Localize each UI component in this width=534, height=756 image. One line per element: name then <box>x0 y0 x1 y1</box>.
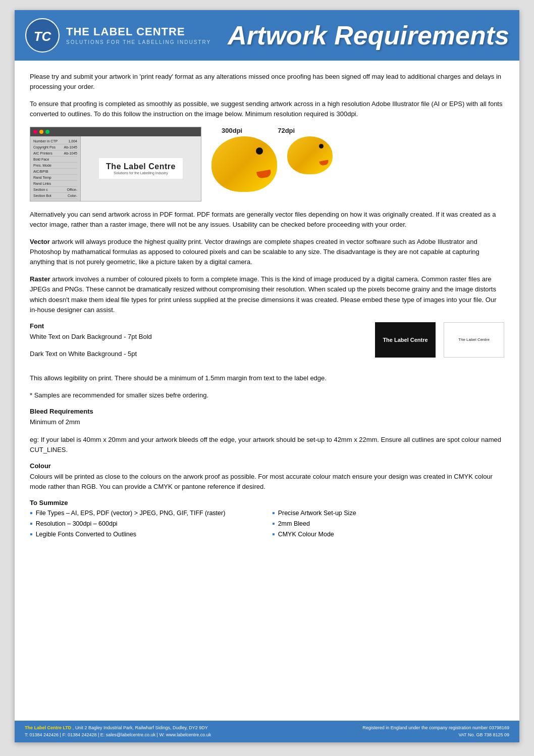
ai-row: Pres. Mode <box>33 163 77 169</box>
footer: The Label Centre LTD , Unit 2 Bagley Ind… <box>15 721 519 742</box>
font-demo-area: The Label Centre The Label Centre <box>375 322 504 358</box>
ai-row: Rand Links <box>33 181 77 187</box>
bullet-dot: ▪ <box>272 509 275 517</box>
duck-72dpi <box>287 136 333 174</box>
ai-logo-tagline: Solutions for the Labelling Industry <box>106 171 176 175</box>
colour-para: Colours will be printed as close to the … <box>30 472 504 492</box>
font-demo-light: The Label Centre <box>444 322 504 358</box>
bleed-heading: Bleed Requirements <box>30 408 504 415</box>
bullet-text: Precise Artwork Set-up Size <box>278 509 356 518</box>
legibility-line1: This allows legibility on print. There s… <box>30 373 504 383</box>
bullet-dot: ▪ <box>30 509 33 517</box>
footer-address-text: Unit 2 Bagley Industrial Park, Railwharf… <box>75 725 208 730</box>
bullet-dot: ▪ <box>30 520 33 528</box>
bullets-left: ▪ File Types – AI, EPS, PDF (vector) > J… <box>30 509 262 540</box>
bullet-text: File Types – AI, EPS, PDF (vector) > JPE… <box>36 509 226 518</box>
content-area: Please try and submit your artwork in 'p… <box>15 61 519 721</box>
ai-row: Rand Temp <box>33 175 77 181</box>
ai-close-dot <box>33 130 37 134</box>
duck-eye-large <box>256 147 263 155</box>
summary-bullets: ▪ File Types – AI, EPS, PDF (vector) > J… <box>30 509 504 540</box>
vector-para: Vector artwork will always produce the h… <box>30 237 504 267</box>
font-section: Font White Text on Dark Background - 7pt… <box>30 322 504 366</box>
footer-right: Registered in England under the company … <box>362 725 509 738</box>
footer-email: E: sales@labelcentre.co.uk <box>100 732 155 737</box>
ai-logo-display: The Label Centre Solutions for the Label… <box>99 158 183 179</box>
raster-text: artwork involves a number of coloured pi… <box>30 275 497 313</box>
bullets-right: ▪ Precise Artwork Set-up Size ▪ 2mm Blee… <box>272 509 504 540</box>
illustrator-screenshot: Number in CTP1,004 Copyright PosAb-1045 … <box>30 127 201 201</box>
bullet-text: CMYK Colour Mode <box>278 530 334 539</box>
svg-text:TC: TC <box>34 29 52 44</box>
dpi-300-label: 300dpi <box>222 127 242 134</box>
bullet-item: ▪ Precise Artwork Set-up Size <box>272 509 504 518</box>
ai-row: AIC/BPIB <box>33 169 77 175</box>
dpi-labels: 300dpi 72dpi <box>211 127 504 134</box>
image-comparison-row: Number in CTP1,004 Copyright PosAb-1045 … <box>30 127 504 201</box>
font-demo-dark: The Label Centre <box>375 322 436 358</box>
logo-title: THE LABEL CENTRE <box>66 26 211 38</box>
font-line1: White Text on Dark Background - 7pt Bold <box>30 332 365 342</box>
bullet-text: 2mm Bleed <box>278 519 310 529</box>
duck-beak-large <box>256 169 272 179</box>
ai-row: Section cOffice- <box>33 187 77 193</box>
pdf-para: Alternatively you can send artwork acros… <box>30 210 504 230</box>
logo-area: TC THE LABEL CENTRE SOLUTIONS FOR THE LA… <box>25 18 211 53</box>
page-title: Artwork Requirements <box>228 20 509 51</box>
bleed-line2: eg: If your label is 40mm x 20mm and you… <box>30 435 504 455</box>
ai-row: Section BotColor- <box>33 193 77 199</box>
dpi-72-label: 72dpi <box>278 127 295 134</box>
footer-company: The Label Centre LTD <box>25 725 71 730</box>
bullet-item: ▪ CMYK Colour Mode <box>272 530 504 539</box>
ai-row: AIC PrintersAb-1045 <box>33 150 77 157</box>
bullet-text: Resolution – 300dpi – 600dpi <box>36 519 118 529</box>
duck-300dpi <box>211 136 277 192</box>
legibility-line2: * Samples are recommended for smaller si… <box>30 390 504 400</box>
footer-left: The Label Centre LTD , Unit 2 Bagley Ind… <box>25 725 211 738</box>
ai-titlebar <box>30 127 201 136</box>
font-heading: Font <box>30 322 365 330</box>
colour-heading: Colour <box>30 462 504 470</box>
bullet-item: ▪ Legible Fonts Converted to Outlines <box>30 530 262 539</box>
ai-minimize-dot <box>39 130 43 134</box>
footer-vat: VAT No. GB 738 8125 09 <box>458 732 509 737</box>
tc-logo-icon: TC <box>25 18 60 53</box>
intro-para1: Please try and submit your artwork in 'p… <box>30 72 504 92</box>
ai-right-panel: The Label Centre Solutions for the Label… <box>81 136 201 201</box>
ai-maximize-dot <box>45 130 49 134</box>
header: TC THE LABEL CENTRE SOLUTIONS FOR THE LA… <box>15 10 519 61</box>
bullet-item: ▪ 2mm Bleed <box>272 519 504 529</box>
raster-para: Raster artwork involves a number of colo… <box>30 274 504 315</box>
font-text-area: Font White Text on Dark Background - 7pt… <box>30 322 365 366</box>
raster-bold: Raster <box>30 275 50 283</box>
document-page: TC THE LABEL CENTRE SOLUTIONS FOR THE LA… <box>15 10 519 742</box>
intro-para2: To ensure that proofing is completed as … <box>30 99 504 119</box>
duck-beak-small <box>319 160 329 166</box>
bleed-line1: Minimum of 2mm <box>30 417 504 427</box>
bullet-item: ▪ Resolution – 300dpi – 600dpi <box>30 519 262 529</box>
ai-body: Number in CTP1,004 Copyright PosAb-1045 … <box>30 136 201 201</box>
vector-text: artwork will always produce the highest … <box>30 238 479 266</box>
bullet-text: Legible Fonts Converted to Outlines <box>36 530 136 539</box>
header-right: Artwork Requirements <box>211 20 509 51</box>
font-demo-light-text: The Label Centre <box>458 337 490 342</box>
font-demo-dark-text: The Label Centre <box>383 337 428 343</box>
ai-logo-name: The Label Centre <box>106 162 176 171</box>
vector-bold: Vector <box>30 238 50 245</box>
ai-row: Copyright PosAb-1045 <box>33 144 77 150</box>
dpi-images <box>211 136 504 192</box>
ai-row: Bold Face <box>33 157 77 163</box>
footer-registered: Registered in England under the company … <box>362 725 509 730</box>
logo-subtitle: SOLUTIONS FOR THE LABELLING INDUSTRY <box>66 39 211 45</box>
bullet-dot: ▪ <box>272 520 275 528</box>
font-line2: Dark Text on White Background - 5pt <box>30 349 365 359</box>
logo-text-area: THE LABEL CENTRE SOLUTIONS FOR THE LABEL… <box>66 26 211 44</box>
footer-fax: F: 01384 242428 <box>62 732 96 737</box>
dpi-comparison: 300dpi 72dpi <box>211 127 504 192</box>
bullet-dot: ▪ <box>272 530 275 538</box>
footer-web: W: www.labelcentre.co.uk <box>159 732 211 737</box>
bullet-dot: ▪ <box>30 530 33 538</box>
footer-tel: T: 01384 242426 <box>25 732 59 737</box>
ai-left-panel: Number in CTP1,004 Copyright PosAb-1045 … <box>30 136 81 201</box>
summary-heading: To Summize <box>30 499 504 507</box>
